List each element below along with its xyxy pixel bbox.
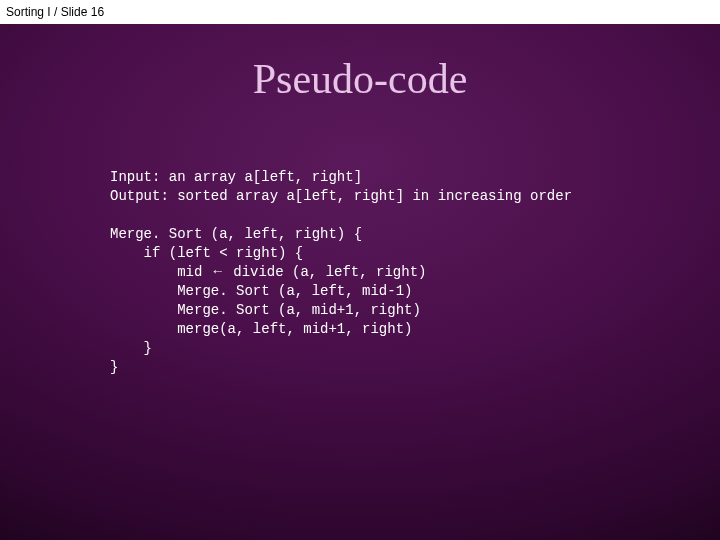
code-line: Merge. Sort (a, left, right) { xyxy=(110,226,362,242)
breadcrumb: Sorting I / Slide 16 xyxy=(6,5,104,19)
code-line: Output: sorted array a[left, right] in i… xyxy=(110,188,572,204)
code-line-part: divide (a, left, right) xyxy=(225,264,427,280)
code-line: Merge. Sort (a, mid+1, right) xyxy=(110,302,421,318)
code-line-part: mid xyxy=(110,264,211,280)
left-arrow-icon: ← xyxy=(211,263,225,279)
code-line: Input: an array a[left, right] xyxy=(110,169,362,185)
code-line: Merge. Sort (a, left, mid-1) xyxy=(110,283,412,299)
breadcrumb-bar: Sorting I / Slide 16 xyxy=(0,0,720,24)
code-block: Input: an array a[left, right] Output: s… xyxy=(110,168,680,377)
code-line: merge(a, left, mid+1, right) xyxy=(110,321,412,337)
slide: Sorting I / Slide 16 Pseudo-code Input: … xyxy=(0,0,720,540)
code-line: } xyxy=(110,340,152,356)
code-line: } xyxy=(110,359,118,375)
code-line: if (left < right) { xyxy=(110,245,303,261)
page-title: Pseudo-code xyxy=(0,55,720,103)
